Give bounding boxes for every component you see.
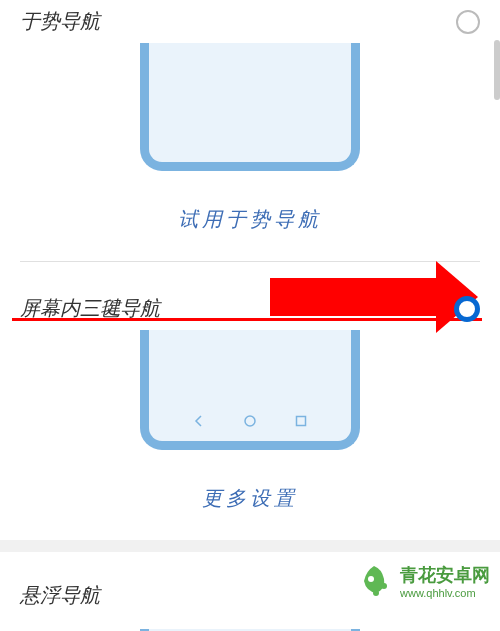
gesture-option-row[interactable]: 于势导航 (20, 0, 480, 43)
svg-rect-1 (296, 417, 305, 426)
gesture-label: 于势导航 (20, 8, 100, 35)
red-underline (12, 318, 482, 321)
back-icon (192, 414, 206, 428)
svg-point-4 (381, 583, 387, 589)
more-settings-link[interactable]: 更多设置 (0, 470, 500, 540)
watermark-url: www.qhhlv.com (400, 587, 490, 599)
three-key-preview (20, 330, 480, 470)
watermark: 青花安卓网 www.qhhlv.com (354, 561, 490, 601)
phone-frame-gesture (140, 43, 360, 171)
svg-point-5 (373, 590, 379, 596)
three-key-radio[interactable] (454, 296, 480, 322)
home-icon (243, 414, 257, 428)
scrollbar[interactable] (494, 40, 500, 100)
phone-frame-three-key (140, 330, 360, 450)
arrow-annotation (270, 278, 440, 316)
watermark-logo-icon (354, 561, 394, 601)
svg-point-0 (245, 416, 255, 426)
section-gap (0, 540, 500, 552)
gesture-preview (20, 43, 480, 191)
svg-point-3 (376, 573, 382, 579)
arrow-body (270, 278, 440, 316)
nav-bar (149, 401, 351, 441)
watermark-text: 青花安卓网 www.qhhlv.com (400, 563, 490, 599)
floating-label: 悬浮导航 (20, 582, 100, 609)
recent-icon (294, 414, 308, 428)
watermark-name: 青花安卓网 (400, 563, 490, 587)
gesture-radio[interactable] (456, 10, 480, 34)
svg-point-2 (368, 576, 374, 582)
gesture-nav-section: 于势导航 (0, 0, 500, 191)
try-gesture-link[interactable]: 试用于势导航 (0, 191, 500, 261)
